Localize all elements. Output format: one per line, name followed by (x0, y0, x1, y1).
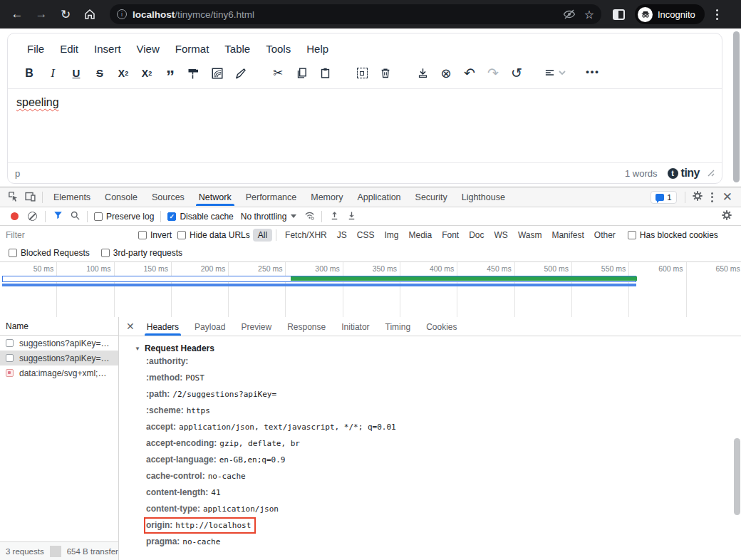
menu-format[interactable]: Format (169, 40, 216, 58)
filter-type-all[interactable]: All (253, 229, 272, 242)
tab-preview[interactable]: Preview (233, 318, 279, 336)
throttling-dropdown[interactable]: No throttling (237, 212, 301, 222)
element-path[interactable]: p (15, 168, 625, 179)
paste-button[interactable] (315, 63, 335, 83)
tiny-logo[interactable]: t tiny (668, 167, 700, 180)
hide-data-urls-checkbox[interactable]: Hide data URLs (175, 230, 253, 240)
redo-button[interactable]: ↷ (483, 63, 503, 83)
filter-type-manifest[interactable]: Manifest (546, 229, 589, 242)
network-conditions-button[interactable] (301, 209, 318, 224)
network-overview-timeline[interactable]: 50 ms 100 ms 150 ms 200 ms 250 ms 300 ms… (0, 262, 741, 318)
inspect-element-button[interactable] (4, 190, 21, 205)
filter-type-other[interactable]: Other (589, 229, 621, 242)
menu-table[interactable]: Table (218, 40, 256, 58)
tab-security[interactable]: Security (408, 188, 455, 206)
invert-checkbox[interactable]: Invert (135, 230, 175, 240)
devtools-settings-button[interactable] (689, 190, 706, 205)
browser-menu-icon[interactable] (716, 9, 718, 20)
tab-lighthouse[interactable]: Lighthouse (455, 188, 512, 206)
tab-elements[interactable]: Elements (46, 188, 98, 206)
tab-headers[interactable]: Headers (139, 318, 187, 336)
cut-button[interactable]: ✂ (268, 63, 288, 83)
export-button[interactable] (413, 63, 432, 83)
address-bar[interactable]: i localhost/tinymce/tiny6.html ☆ (110, 4, 601, 24)
site-info-icon[interactable]: i (117, 9, 127, 19)
third-party-requests-checkbox[interactable]: 3rd-party requests (98, 248, 185, 258)
strikethrough-button[interactable]: S (90, 63, 110, 83)
blocked-requests-checkbox[interactable]: Blocked Requests (6, 248, 93, 258)
request-row[interactable]: suggestions?apiKey=… (0, 336, 118, 351)
tab-console[interactable]: Console (98, 188, 145, 206)
tab-memory[interactable]: Memory (304, 188, 350, 206)
resize-handle-icon[interactable] (707, 167, 715, 180)
filter-type-wasm[interactable]: Wasm (513, 229, 547, 242)
format-painter-button[interactable] (184, 63, 204, 83)
name-column-header[interactable]: Name (0, 317, 118, 336)
superscript-button[interactable]: X2 (137, 63, 157, 83)
fill-color-button[interactable] (207, 63, 227, 83)
filter-input[interactable] (6, 230, 125, 240)
filter-type-font[interactable]: Font (437, 229, 464, 242)
request-headers-title[interactable]: ▼ Request Headers (135, 343, 730, 353)
tab-performance[interactable]: Performance (239, 188, 304, 206)
more-toolbar-button[interactable]: ••• (583, 63, 603, 83)
headers-scrollbar[interactable] (734, 338, 740, 557)
underline-button[interactable]: U (66, 63, 86, 83)
permanent-pen-button[interactable] (231, 63, 251, 83)
has-blocked-cookies-checkbox[interactable]: Has blocked cookies (625, 230, 721, 240)
delete-button[interactable] (375, 63, 395, 83)
menu-tools[interactable]: Tools (259, 40, 297, 58)
tab-sources[interactable]: Sources (145, 188, 192, 206)
filter-type-doc[interactable]: Doc (464, 229, 489, 242)
home-button[interactable] (80, 4, 100, 24)
tab-initiator[interactable]: Initiator (333, 318, 377, 336)
cancel-button[interactable]: ⊗ (436, 63, 456, 83)
request-row[interactable]: data:image/svg+xml;… (0, 365, 118, 380)
menu-help[interactable]: Help (300, 40, 335, 58)
device-toolbar-button[interactable] (21, 190, 38, 205)
bookmark-star-icon[interactable]: ☆ (584, 8, 594, 21)
request-row[interactable]: suggestions?apiKey=… (0, 351, 118, 365)
filter-toggle-button[interactable] (49, 209, 66, 224)
import-har-button[interactable] (326, 209, 343, 224)
issues-badge[interactable]: 1 (651, 191, 676, 204)
menu-file[interactable]: File (21, 40, 51, 58)
eye-blocked-icon[interactable] (563, 8, 576, 21)
back-button[interactable]: ← (7, 4, 27, 24)
menu-view[interactable]: View (130, 40, 166, 58)
filter-type-ws[interactable]: WS (489, 229, 513, 242)
menu-insert[interactable]: Insert (88, 40, 128, 58)
reload-button[interactable]: ↻ (56, 4, 76, 24)
network-search-button[interactable] (66, 209, 83, 224)
network-settings-button[interactable] (718, 209, 735, 224)
select-all-button[interactable] (352, 63, 372, 83)
align-dropdown-button[interactable] (544, 63, 566, 83)
close-detail-icon[interactable]: ✕ (122, 321, 139, 332)
record-button[interactable] (11, 212, 19, 220)
preserve-log-checkbox[interactable]: Preserve log (91, 212, 157, 222)
devtools-menu-icon[interactable] (706, 192, 718, 202)
forward-button[interactable]: → (31, 4, 51, 24)
filter-type-img[interactable]: Img (379, 229, 403, 242)
devtools-close-icon[interactable]: ✕ (718, 190, 737, 204)
side-panel-icon[interactable] (613, 9, 625, 20)
tab-cookies[interactable]: Cookies (418, 318, 465, 336)
blockquote-button[interactable]: ” (160, 63, 180, 83)
misspelled-word[interactable]: speeling (16, 96, 59, 108)
export-har-button[interactable] (343, 209, 360, 224)
filter-type-js[interactable]: JS (332, 229, 352, 242)
copy-button[interactable] (291, 63, 311, 83)
tab-network[interactable]: Network (192, 188, 239, 206)
tab-application[interactable]: Application (350, 188, 408, 206)
undo-button[interactable]: ↶ (460, 63, 480, 83)
tab-response[interactable]: Response (279, 318, 333, 336)
tab-payload[interactable]: Payload (187, 318, 233, 336)
disable-cache-checkbox[interactable]: ✓Disable cache (165, 212, 236, 222)
clear-button[interactable] (28, 212, 37, 221)
filter-type-media[interactable]: Media (403, 229, 437, 242)
menu-edit[interactable]: Edit (53, 40, 85, 58)
tab-timing[interactable]: Timing (378, 318, 419, 336)
filter-type-css[interactable]: CSS (352, 229, 380, 242)
url-text[interactable]: localhost/tinymce/tiny6.html (133, 9, 557, 20)
editor-content[interactable]: speeling (8, 89, 722, 155)
